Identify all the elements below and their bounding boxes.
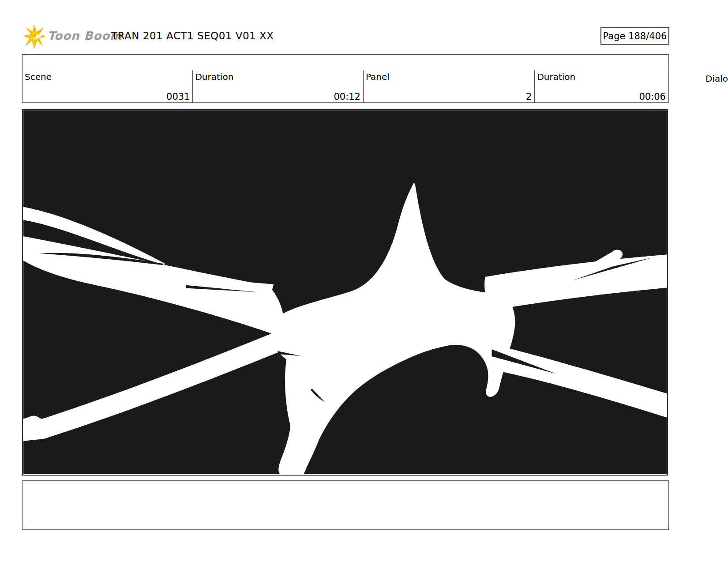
toon-boom-logo-icon [22,23,47,50]
panel-number-cell: Panel 2 [364,70,535,102]
storyboard-panel-frame [22,109,668,476]
scene-label: Scene [25,72,52,82]
empty-header-strip [23,55,668,70]
panel-duration-cell: Duration 00:06 [535,70,668,102]
notes-box [22,480,669,530]
storyboard-export-page: Toon Boom TRAN 201 ACT1 SEQ01 V01 XX Pag… [0,0,728,563]
document-title: TRAN 201 ACT1 SEQ01 V01 XX [111,30,274,42]
scene-duration-label: Duration [195,72,233,82]
panel-artwork-ink-splatter [23,110,667,474]
panel-duration-value: 00:06 [639,91,666,102]
panel-info-table: Scene 0031 Duration 00:12 Panel 2 Durati… [22,54,669,103]
scene-value: 0031 [166,91,190,102]
panel-duration-label: Duration [537,72,575,82]
panel-number-value: 2 [526,91,532,102]
panel-number-label: Panel [366,72,390,82]
scene-duration-value: 00:12 [334,91,360,102]
info-table-row: Scene 0031 Duration 00:12 Panel 2 Durati… [23,70,668,102]
page-number-badge: Page 188/406 [600,27,669,45]
scene-duration-cell: Duration 00:12 [193,70,363,102]
scene-cell: Scene 0031 [23,70,193,102]
dialogue-column-label-clipped: Dialogue [705,73,728,84]
